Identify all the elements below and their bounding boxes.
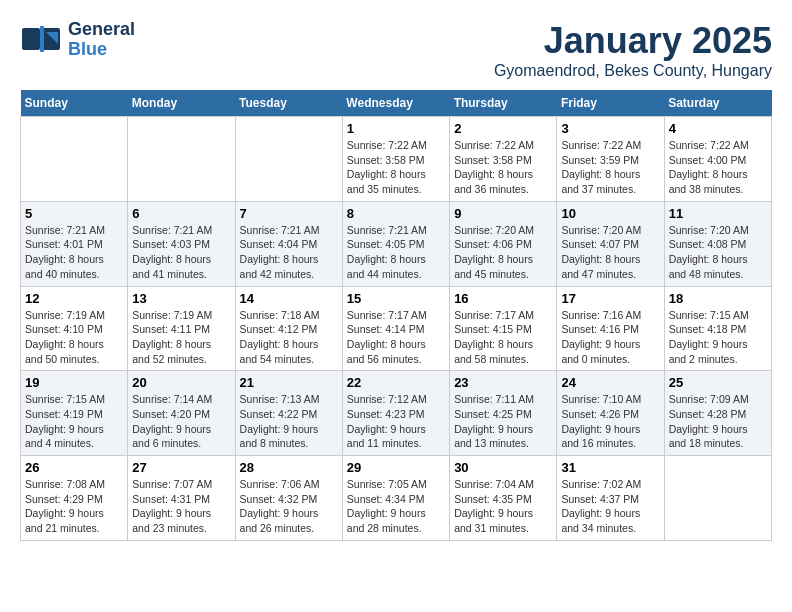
- calendar-cell: 24Sunrise: 7:10 AM Sunset: 4:26 PM Dayli…: [557, 371, 664, 456]
- calendar-cell: 7Sunrise: 7:21 AM Sunset: 4:04 PM Daylig…: [235, 201, 342, 286]
- day-number: 3: [561, 121, 659, 136]
- calendar-cell: [128, 117, 235, 202]
- calendar-cell: [21, 117, 128, 202]
- day-number: 22: [347, 375, 445, 390]
- calendar-cell: 25Sunrise: 7:09 AM Sunset: 4:28 PM Dayli…: [664, 371, 771, 456]
- calendar-cell: 13Sunrise: 7:19 AM Sunset: 4:11 PM Dayli…: [128, 286, 235, 371]
- calendar-cell: 4Sunrise: 7:22 AM Sunset: 4:00 PM Daylig…: [664, 117, 771, 202]
- day-info: Sunrise: 7:21 AM Sunset: 4:03 PM Dayligh…: [132, 223, 230, 282]
- day-info: Sunrise: 7:19 AM Sunset: 4:11 PM Dayligh…: [132, 308, 230, 367]
- day-number: 20: [132, 375, 230, 390]
- day-number: 25: [669, 375, 767, 390]
- day-info: Sunrise: 7:22 AM Sunset: 3:59 PM Dayligh…: [561, 138, 659, 197]
- day-number: 6: [132, 206, 230, 221]
- day-info: Sunrise: 7:14 AM Sunset: 4:20 PM Dayligh…: [132, 392, 230, 451]
- day-info: Sunrise: 7:06 AM Sunset: 4:32 PM Dayligh…: [240, 477, 338, 536]
- day-info: Sunrise: 7:22 AM Sunset: 4:00 PM Dayligh…: [669, 138, 767, 197]
- day-number: 12: [25, 291, 123, 306]
- day-number: 19: [25, 375, 123, 390]
- month-title: January 2025: [494, 20, 772, 62]
- week-row-2: 5Sunrise: 7:21 AM Sunset: 4:01 PM Daylig…: [21, 201, 772, 286]
- day-number: 21: [240, 375, 338, 390]
- header: General Blue January 2025 Gyomaendrod, B…: [20, 20, 772, 80]
- day-number: 29: [347, 460, 445, 475]
- calendar-cell: 17Sunrise: 7:16 AM Sunset: 4:16 PM Dayli…: [557, 286, 664, 371]
- column-header-wednesday: Wednesday: [342, 90, 449, 117]
- day-info: Sunrise: 7:20 AM Sunset: 4:07 PM Dayligh…: [561, 223, 659, 282]
- calendar-cell: 16Sunrise: 7:17 AM Sunset: 4:15 PM Dayli…: [450, 286, 557, 371]
- calendar-cell: 5Sunrise: 7:21 AM Sunset: 4:01 PM Daylig…: [21, 201, 128, 286]
- calendar-cell: 1Sunrise: 7:22 AM Sunset: 3:58 PM Daylig…: [342, 117, 449, 202]
- day-number: 31: [561, 460, 659, 475]
- logo-icon: [20, 22, 64, 58]
- calendar-cell: 8Sunrise: 7:21 AM Sunset: 4:05 PM Daylig…: [342, 201, 449, 286]
- title-area: January 2025 Gyomaendrod, Bekes County, …: [494, 20, 772, 80]
- day-number: 2: [454, 121, 552, 136]
- day-info: Sunrise: 7:17 AM Sunset: 4:15 PM Dayligh…: [454, 308, 552, 367]
- calendar-cell: 21Sunrise: 7:13 AM Sunset: 4:22 PM Dayli…: [235, 371, 342, 456]
- day-info: Sunrise: 7:02 AM Sunset: 4:37 PM Dayligh…: [561, 477, 659, 536]
- day-number: 28: [240, 460, 338, 475]
- day-info: Sunrise: 7:09 AM Sunset: 4:28 PM Dayligh…: [669, 392, 767, 451]
- logo-general: General: [68, 20, 135, 40]
- day-number: 30: [454, 460, 552, 475]
- day-info: Sunrise: 7:21 AM Sunset: 4:01 PM Dayligh…: [25, 223, 123, 282]
- day-info: Sunrise: 7:19 AM Sunset: 4:10 PM Dayligh…: [25, 308, 123, 367]
- column-header-tuesday: Tuesday: [235, 90, 342, 117]
- day-info: Sunrise: 7:11 AM Sunset: 4:25 PM Dayligh…: [454, 392, 552, 451]
- day-number: 4: [669, 121, 767, 136]
- day-info: Sunrise: 7:12 AM Sunset: 4:23 PM Dayligh…: [347, 392, 445, 451]
- day-info: Sunrise: 7:21 AM Sunset: 4:05 PM Dayligh…: [347, 223, 445, 282]
- day-info: Sunrise: 7:20 AM Sunset: 4:08 PM Dayligh…: [669, 223, 767, 282]
- column-header-saturday: Saturday: [664, 90, 771, 117]
- calendar-cell: 18Sunrise: 7:15 AM Sunset: 4:18 PM Dayli…: [664, 286, 771, 371]
- day-info: Sunrise: 7:22 AM Sunset: 3:58 PM Dayligh…: [454, 138, 552, 197]
- day-number: 23: [454, 375, 552, 390]
- calendar-cell: [235, 117, 342, 202]
- calendar-cell: 22Sunrise: 7:12 AM Sunset: 4:23 PM Dayli…: [342, 371, 449, 456]
- day-info: Sunrise: 7:21 AM Sunset: 4:04 PM Dayligh…: [240, 223, 338, 282]
- calendar-cell: 2Sunrise: 7:22 AM Sunset: 3:58 PM Daylig…: [450, 117, 557, 202]
- day-info: Sunrise: 7:08 AM Sunset: 4:29 PM Dayligh…: [25, 477, 123, 536]
- day-number: 1: [347, 121, 445, 136]
- calendar-cell: 14Sunrise: 7:18 AM Sunset: 4:12 PM Dayli…: [235, 286, 342, 371]
- week-row-1: 1Sunrise: 7:22 AM Sunset: 3:58 PM Daylig…: [21, 117, 772, 202]
- day-info: Sunrise: 7:18 AM Sunset: 4:12 PM Dayligh…: [240, 308, 338, 367]
- column-header-thursday: Thursday: [450, 90, 557, 117]
- day-info: Sunrise: 7:07 AM Sunset: 4:31 PM Dayligh…: [132, 477, 230, 536]
- calendar-cell: 3Sunrise: 7:22 AM Sunset: 3:59 PM Daylig…: [557, 117, 664, 202]
- location-title: Gyomaendrod, Bekes County, Hungary: [494, 62, 772, 80]
- calendar-cell: 15Sunrise: 7:17 AM Sunset: 4:14 PM Dayli…: [342, 286, 449, 371]
- week-row-3: 12Sunrise: 7:19 AM Sunset: 4:10 PM Dayli…: [21, 286, 772, 371]
- day-number: 5: [25, 206, 123, 221]
- week-row-5: 26Sunrise: 7:08 AM Sunset: 4:29 PM Dayli…: [21, 456, 772, 541]
- column-header-friday: Friday: [557, 90, 664, 117]
- day-number: 10: [561, 206, 659, 221]
- calendar-cell: [664, 456, 771, 541]
- calendar: SundayMondayTuesdayWednesdayThursdayFrid…: [20, 90, 772, 541]
- column-header-sunday: Sunday: [21, 90, 128, 117]
- day-info: Sunrise: 7:15 AM Sunset: 4:19 PM Dayligh…: [25, 392, 123, 451]
- day-info: Sunrise: 7:05 AM Sunset: 4:34 PM Dayligh…: [347, 477, 445, 536]
- day-number: 27: [132, 460, 230, 475]
- week-row-4: 19Sunrise: 7:15 AM Sunset: 4:19 PM Dayli…: [21, 371, 772, 456]
- calendar-cell: 6Sunrise: 7:21 AM Sunset: 4:03 PM Daylig…: [128, 201, 235, 286]
- day-number: 17: [561, 291, 659, 306]
- day-info: Sunrise: 7:15 AM Sunset: 4:18 PM Dayligh…: [669, 308, 767, 367]
- calendar-cell: 23Sunrise: 7:11 AM Sunset: 4:25 PM Dayli…: [450, 371, 557, 456]
- day-number: 16: [454, 291, 552, 306]
- svg-rect-0: [22, 28, 40, 50]
- day-number: 8: [347, 206, 445, 221]
- day-number: 15: [347, 291, 445, 306]
- calendar-header-row: SundayMondayTuesdayWednesdayThursdayFrid…: [21, 90, 772, 117]
- calendar-cell: 10Sunrise: 7:20 AM Sunset: 4:07 PM Dayli…: [557, 201, 664, 286]
- column-header-monday: Monday: [128, 90, 235, 117]
- calendar-cell: 30Sunrise: 7:04 AM Sunset: 4:35 PM Dayli…: [450, 456, 557, 541]
- day-info: Sunrise: 7:22 AM Sunset: 3:58 PM Dayligh…: [347, 138, 445, 197]
- day-number: 14: [240, 291, 338, 306]
- calendar-cell: 11Sunrise: 7:20 AM Sunset: 4:08 PM Dayli…: [664, 201, 771, 286]
- calendar-cell: 19Sunrise: 7:15 AM Sunset: 4:19 PM Dayli…: [21, 371, 128, 456]
- day-number: 24: [561, 375, 659, 390]
- day-number: 26: [25, 460, 123, 475]
- logo: General Blue: [20, 20, 135, 60]
